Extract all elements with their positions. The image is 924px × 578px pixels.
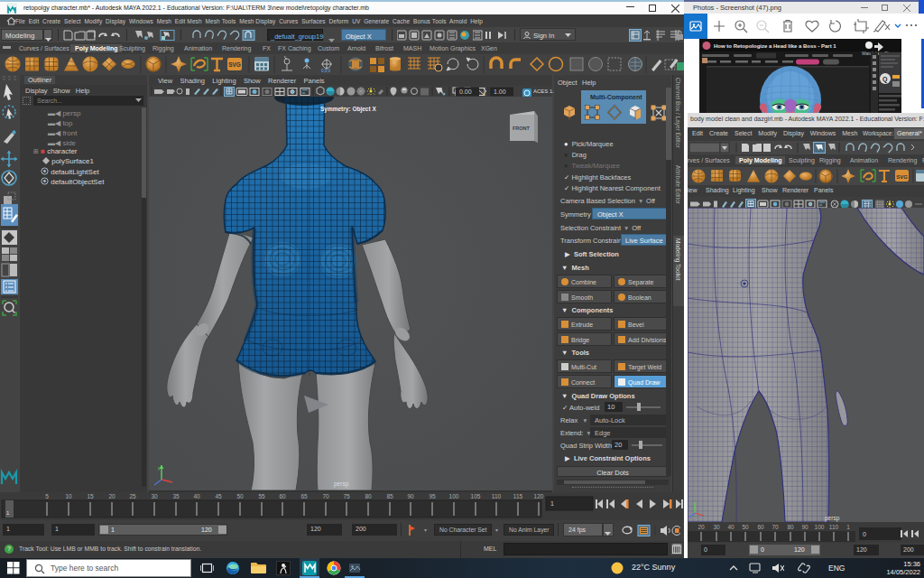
svg-text:0: 0 [863,531,866,537]
svg-text:65: 65 [300,493,308,499]
svg-text:25: 25 [129,493,136,499]
svg-text:90: 90 [407,493,414,499]
svg-text:55: 55 [258,493,265,499]
svg-text:110: 110 [829,524,839,530]
svg-text:120: 120 [534,493,544,499]
svg-text:115: 115 [513,493,523,499]
svg-text:50: 50 [742,524,749,530]
svg-text:15: 15 [87,493,94,499]
svg-text:20: 20 [108,493,116,499]
svg-text:How to Retopologize a Head lik: How to Retopologize a Head like a Boss -… [714,43,836,49]
svg-text:60: 60 [279,493,286,499]
svg-text:0,0,0: 0,0,0 [321,69,331,73]
svg-text:75: 75 [343,493,350,499]
svg-text:10: 10 [65,493,72,499]
svg-text:100: 100 [815,524,825,530]
svg-text:SVG: SVG [228,61,241,68]
svg-text:50: 50 [236,493,244,499]
svg-text:Q: Q [882,76,888,83]
svg-text:FRONT: FRONT [513,126,531,131]
svg-text:Symmetry: Object X: Symmetry: Object X [320,106,376,113]
svg-text:persp: persp [825,515,840,522]
svg-text:70: 70 [322,493,329,499]
svg-text:1: 1 [550,500,554,507]
svg-text:30: 30 [151,493,158,499]
svg-text:40: 40 [727,524,735,530]
svg-text:20: 20 [698,524,705,530]
svg-text:80: 80 [787,524,794,530]
svg-text:40: 40 [193,493,200,499]
svg-text:35: 35 [172,493,180,499]
svg-text:105: 105 [471,493,481,499]
svg-text:85: 85 [386,493,393,499]
svg-text:70: 70 [772,524,779,530]
svg-text:95: 95 [429,493,436,499]
svg-text:1: 1 [846,524,850,530]
svg-text:100: 100 [449,493,459,499]
svg-text:45: 45 [215,493,222,499]
svg-text:60: 60 [757,524,764,530]
svg-text:80: 80 [365,493,372,499]
svg-text:30: 30 [713,524,720,530]
svg-text:1.00: 1.00 [494,89,506,95]
svg-text:110: 110 [492,493,502,499]
svg-text:90: 90 [801,524,808,530]
svg-text:persp: persp [334,480,349,488]
svg-text:5: 5 [45,493,49,499]
svg-text:SVG: SVG [896,174,908,180]
svg-text:0.00: 0.00 [459,89,472,95]
